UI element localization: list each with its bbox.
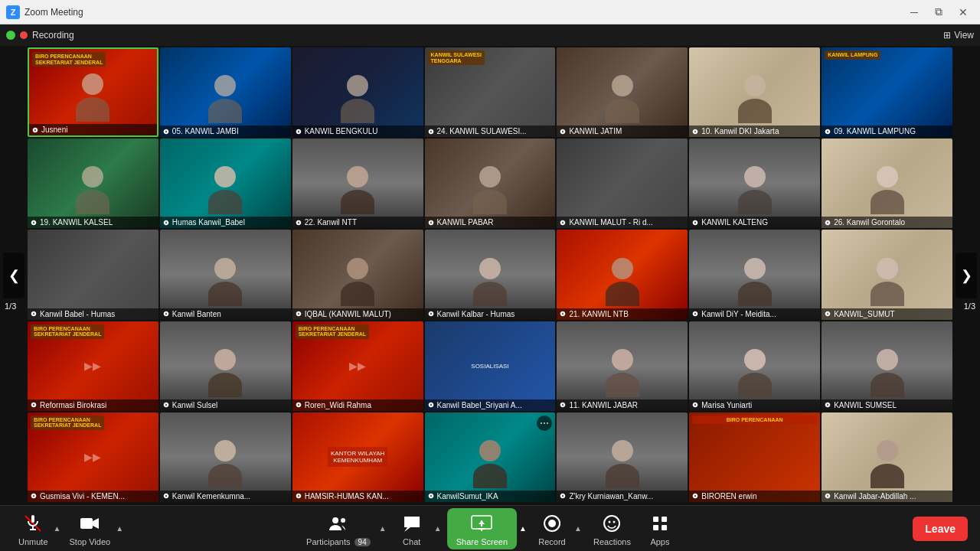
record-button[interactable]: Record [532, 508, 572, 549]
video-cell[interactable]: KANWIL SUMSEL [822, 321, 952, 411]
unmute-button[interactable]: Unmute [12, 508, 54, 549]
video-cell[interactable]: 19. KANWIL KALSEL [28, 139, 158, 228]
video-cell[interactable]: KANWIL JATIM [557, 47, 688, 137]
video-cell[interactable]: KANWIL BENGKULU [292, 47, 423, 137]
more-options-button[interactable]: ⋯ [537, 416, 552, 431]
minimize-button[interactable]: ─ [903, 5, 925, 20]
participant-name: BIROREN erwin [689, 491, 820, 502]
video-play-icon [80, 445, 105, 469]
video-cell[interactable]: 26. Kanwil Gorontalo [822, 139, 952, 228]
close-button[interactable]: ✕ [952, 5, 974, 20]
video-cell[interactable]: 05. KANWIL JAMBI [160, 47, 291, 137]
recording-bar: Recording ⊞ View [0, 24, 980, 46]
apps-label: Apps [650, 537, 669, 546]
video-cell[interactable]: Marisa Yuniarti [689, 321, 820, 411]
view-button[interactable]: ⊞ View [943, 30, 974, 41]
title-left: Z Zoom Meeting [6, 5, 83, 19]
video-cell[interactable]: Kanwil DiY - Meidita... [689, 230, 820, 319]
participants-label: Participants 94 [306, 537, 371, 546]
participant-name: KANWIL BENGKULU [292, 126, 423, 137]
video-cell[interactable]: 11. KANWIL JABAR [557, 321, 688, 411]
video-cell[interactable]: BIRO PERENCANAANSEKRETARIAT JENDERAL Ror… [292, 321, 423, 411]
video-cell[interactable]: BIRO PERENCANAANSEKRETARIAT JENDERAL Jus… [28, 47, 158, 137]
chat-button[interactable]: Chat [392, 508, 432, 549]
participant-name: KANWIL PABAR [425, 217, 556, 228]
toolbar-right: Leave [913, 517, 968, 541]
participants-icon [326, 511, 351, 536]
video-cell[interactable]: Kanwil Kalbar - Humas [425, 230, 556, 319]
video-cell[interactable]: BIRO PERENCANAANSEKRETARIAT JENDERAL Gus… [28, 412, 158, 502]
participant-name: 05. KANWIL JAMBI [160, 126, 291, 137]
participant-name: 22. Kanwil NTT [292, 217, 423, 228]
video-cell[interactable]: ⋯ KanwilSumut_IKA [425, 412, 556, 502]
svg-rect-1 [80, 518, 93, 529]
reactions-button[interactable]: Reactions [587, 508, 637, 549]
participant-name: 21. KANWIL NTB [557, 308, 688, 320]
chat-caret[interactable]: ▲ [432, 517, 444, 541]
video-cell[interactable]: Kanwil Sulsel [160, 321, 291, 411]
video-cell[interactable]: Kanwil Babel - Humas [28, 230, 158, 319]
video-cell[interactable]: KANWIL KALTENG [689, 139, 820, 228]
participant-name: Reformasi Birokrasi [28, 399, 158, 411]
recording-left: Recording [6, 30, 74, 41]
video-cell[interactable]: Kanwil Banten [160, 230, 291, 319]
maximize-button[interactable]: ⧉ [928, 5, 949, 20]
share-screen-caret[interactable]: ▲ [517, 517, 529, 541]
reactions-label: Reactions [593, 537, 631, 546]
participant-name: KANWIL_SUMUT [822, 308, 952, 320]
leave-button[interactable]: Leave [913, 517, 968, 541]
video-cell[interactable]: KANWIL MALUT - Ri d... [557, 139, 688, 228]
video-cell[interactable]: 22. Kanwil NTT [292, 139, 423, 228]
record-label: Record [538, 537, 565, 546]
next-page-button[interactable]: ❯ [956, 253, 977, 298]
video-cell[interactable]: KANWIL PABAR [425, 139, 556, 228]
video-cell[interactable]: KANWIL SULAWESITENGGARA 24. KANWIL SULAW… [425, 47, 556, 137]
video-cell[interactable]: BIRO PERENCANAANSEKRETARIAT JENDERAL Ref… [28, 321, 158, 411]
video-cell[interactable]: IQBAL (KANWIL MALUT) [292, 230, 423, 319]
video-cell[interactable]: BIRO PERENCANAAN BIROREN erwin [689, 412, 820, 502]
video-cell[interactable]: KANWIL_SUMUT [822, 230, 952, 319]
participant-name: HAMSIR-HUMAS KAN... [292, 491, 423, 502]
participant-name: 10. Kanwil DKI Jakarta [689, 126, 820, 137]
participant-name: Kanwil Banten [160, 308, 291, 320]
svg-point-14 [613, 520, 616, 523]
stop-video-label: Stop Video [70, 537, 111, 546]
participant-name: KANWIL JATIM [557, 126, 688, 137]
video-cell[interactable]: KANTOR WILAYAHKEMENKUMHAM HAMSIR-HUMAS K… [292, 412, 423, 502]
participants-button[interactable]: Participants 94 [300, 508, 377, 549]
svg-rect-15 [653, 517, 658, 522]
window-controls[interactable]: ─ ⧉ ✕ [903, 5, 974, 20]
video-cell[interactable]: Humas Kanwil_Babel [160, 139, 291, 228]
svg-point-13 [609, 520, 611, 523]
toolbar-center: Participants 94 ▲ Chat ▲ [300, 508, 680, 549]
stop-video-caret[interactable]: ▲ [113, 517, 126, 541]
video-cell[interactable]: 10. Kanwil DKI Jakarta [689, 47, 820, 137]
video-cell[interactable]: KANWIL LAMPUNG 09. KANWIL LAMPUNG [822, 47, 952, 137]
participants-caret[interactable]: ▲ [377, 517, 389, 541]
participant-name: Kanwil Babel_Sriyani A... [425, 399, 556, 411]
video-cell[interactable]: Z'kry Kurniawan_Kanw... [557, 412, 688, 502]
unmute-caret[interactable]: ▲ [51, 517, 64, 541]
participant-name: KANWIL SUMSEL [822, 399, 952, 411]
video-cell[interactable]: 21. KANWIL NTB [557, 230, 688, 319]
stop-video-button[interactable]: Stop Video [64, 508, 117, 549]
svg-marker-5 [404, 527, 410, 532]
share-screen-button[interactable]: Share Screen [447, 508, 517, 549]
reactions-icon [599, 511, 624, 536]
video-cell[interactable]: Kanwil Kemenkumna... [160, 412, 291, 502]
video-cell[interactable]: SOSIALISASI Kanwil Babel_Sriyani A... [425, 321, 556, 411]
video-cell[interactable]: Kanwil Jabar-Abdillah ... [822, 412, 952, 502]
previous-page-button[interactable]: ❮ [3, 253, 24, 298]
record-caret[interactable]: ▲ [572, 517, 584, 541]
record-icon [540, 511, 564, 536]
grid-icon: ⊞ [943, 30, 951, 41]
participants-count: 94 [354, 538, 371, 546]
participant-name: Jusneni [29, 124, 157, 135]
camera-icon [77, 511, 102, 536]
participant-name: Kanwil Kemenkumna... [160, 491, 291, 502]
svg-rect-17 [653, 525, 658, 530]
apps-button[interactable]: Apps [640, 508, 680, 549]
participant-name: Kanwil Kalbar - Humas [425, 308, 556, 320]
participant-name: 09. KANWIL LAMPUNG [822, 126, 952, 137]
participant-name: Roren_Widi Rahma [292, 399, 423, 411]
